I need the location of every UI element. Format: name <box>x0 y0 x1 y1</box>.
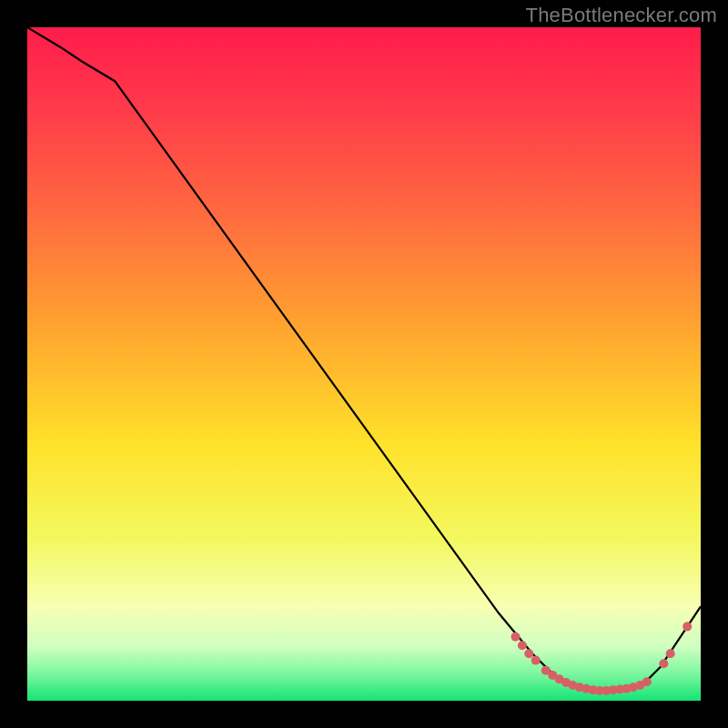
gradient-rect <box>27 27 701 701</box>
chart-frame: TheBottlenecker.com <box>0 0 728 728</box>
data-marker <box>511 632 521 642</box>
data-marker <box>524 649 533 658</box>
plot-area <box>27 27 701 701</box>
data-marker <box>531 656 541 665</box>
data-marker <box>642 677 652 686</box>
attribution-text: TheBottlenecker.com <box>526 4 717 27</box>
data-marker <box>666 649 675 658</box>
data-marker <box>682 622 692 632</box>
chart-svg <box>27 27 701 701</box>
data-marker <box>518 641 527 650</box>
data-marker <box>659 659 668 668</box>
